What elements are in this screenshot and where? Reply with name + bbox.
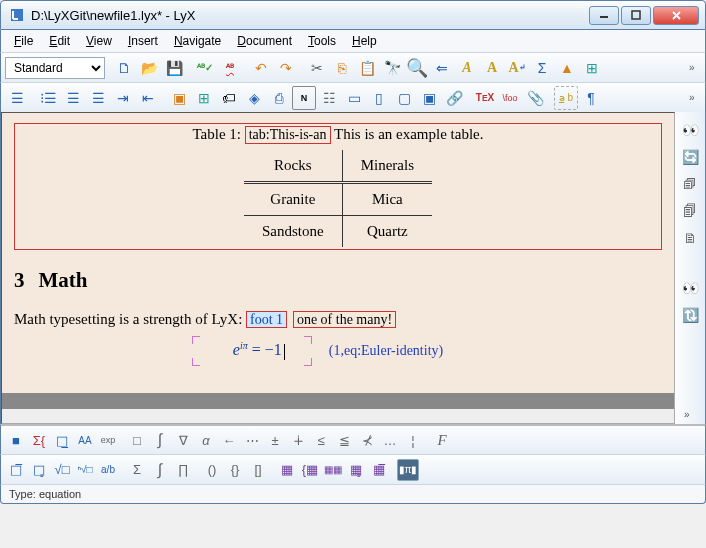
equation-label[interactable]: (1,eq:Euler-identity) — [329, 343, 443, 358]
nomencl-button[interactable]: ☷ — [317, 86, 341, 110]
footnote-button[interactable]: ▭ — [342, 86, 366, 110]
menu-tools[interactable]: Tools — [301, 32, 343, 50]
mb2-9[interactable]: {} — [224, 459, 246, 481]
paragraph[interactable]: Math typesetting is a strength of LyX: f… — [14, 311, 662, 328]
mb2-2[interactable]: √□ — [51, 459, 73, 481]
mb1-0[interactable]: ■ — [5, 429, 27, 451]
mb2-16[interactable]: ▮π▮ — [397, 459, 419, 481]
table-cell[interactable]: Rocks — [244, 150, 342, 183]
maximize-button[interactable] — [621, 6, 651, 25]
mb1-13[interactable]: ≤ — [310, 429, 332, 451]
undo-button[interactable]: ↶ — [249, 56, 273, 80]
toolbar2-overflow[interactable]: » — [689, 92, 701, 103]
note-button[interactable]: ▢ — [392, 86, 416, 110]
table-cell[interactable]: Mica — [342, 183, 432, 216]
mb2-4[interactable]: a/b — [97, 459, 119, 481]
mb1-8[interactable]: α — [195, 429, 217, 451]
document-canvas[interactable]: Table 1: tab:This-is-an This is an examp… — [2, 113, 674, 409]
mb2-7[interactable]: ∏ — [172, 459, 194, 481]
mb1-9[interactable]: ← — [218, 429, 240, 451]
menu-insert[interactable]: Insert — [121, 32, 165, 50]
mb2-5[interactable]: Σ — [126, 459, 148, 481]
search-button[interactable]: 🔍 — [405, 56, 429, 80]
mb1-16[interactable]: … — [379, 429, 401, 451]
para-settings-button[interactable]: ¶ — [579, 86, 603, 110]
open-button[interactable]: 📂 — [137, 56, 161, 80]
toolbar-overflow[interactable]: » — [689, 62, 701, 73]
minimize-button[interactable] — [589, 6, 619, 25]
save-button[interactable]: 💾 — [162, 56, 186, 80]
mb2-1[interactable]: □͇ — [28, 459, 50, 481]
mb2-8[interactable]: () — [201, 459, 223, 481]
mb1-1[interactable]: Σ{ — [28, 429, 50, 451]
paragraph-style-select[interactable]: Standard — [5, 57, 105, 79]
update-button[interactable]: 🔄 — [678, 145, 702, 169]
emph-button[interactable]: A — [455, 56, 479, 80]
view-button[interactable]: 👀 — [678, 118, 702, 142]
mb1-12[interactable]: ∔ — [287, 429, 309, 451]
box-button[interactable]: ▣ — [417, 86, 441, 110]
table-cell[interactable]: Granite — [244, 183, 342, 216]
desc-list-button[interactable]: ☰ — [86, 86, 110, 110]
table-caption[interactable]: Table 1: tab:This-is-an This is an examp… — [19, 126, 657, 144]
nav-back-button[interactable]: ⇐ — [430, 56, 454, 80]
indent-inc-button[interactable]: ⇥ — [111, 86, 135, 110]
apply-style-button[interactable]: A↵ — [505, 56, 529, 80]
caption-label[interactable]: tab:This-is-an — [245, 126, 331, 144]
output-button[interactable]: 🗎 — [678, 226, 702, 250]
paste-button[interactable]: 📋 — [355, 56, 379, 80]
mb1-18[interactable]: F — [431, 429, 453, 451]
mb1-3[interactable]: AA — [74, 429, 96, 451]
mb2-3[interactable]: ⁿ√□ — [74, 459, 96, 481]
mb2-10[interactable]: [] — [247, 459, 269, 481]
menu-file[interactable]: File — [7, 32, 40, 50]
mb1-14[interactable]: ≦ — [333, 429, 355, 451]
copy-button[interactable]: ⎘ — [330, 56, 354, 80]
cite-button[interactable]: ⎙ — [267, 86, 291, 110]
enum-list-button[interactable]: ☰ — [61, 86, 85, 110]
index-button[interactable]: N — [292, 86, 316, 110]
math-equation[interactable]: eiπ = −1 (1,eq:Euler-identity) — [14, 340, 662, 360]
mb1-4[interactable]: exp — [97, 429, 119, 451]
mb2-14[interactable]: ▦͇ — [345, 459, 367, 481]
label-button[interactable]: 🏷 — [217, 86, 241, 110]
mb2-0[interactable]: □̅ — [5, 459, 27, 481]
master-view-button[interactable]: 🗊 — [678, 172, 702, 196]
mb2-6[interactable]: ∫ — [149, 459, 171, 481]
document-scroll[interactable]: Table 1: tab:This-is-an This is an examp… — [1, 112, 675, 424]
menu-navigate[interactable]: Navigate — [167, 32, 228, 50]
mb2-15[interactable]: ▦̅ — [368, 459, 390, 481]
menu-view[interactable]: View — [79, 32, 119, 50]
spellcheck-button[interactable]: ᴬᴮ✓ — [193, 56, 217, 80]
indent-dec-button[interactable]: ⇤ — [136, 86, 160, 110]
section-heading[interactable]: 3Math — [14, 268, 662, 293]
mb1-11[interactable]: ± — [264, 429, 286, 451]
crossref-button[interactable]: ◈ — [242, 86, 266, 110]
float-table-button[interactable]: ⊞ — [192, 86, 216, 110]
mb1-7[interactable]: ∇ — [172, 429, 194, 451]
url-button[interactable]: 🔗 — [442, 86, 466, 110]
margin-note[interactable]: one of the many! — [293, 311, 396, 328]
side-overflow[interactable]: » — [684, 409, 696, 420]
include-button[interactable]: 📎 — [523, 86, 547, 110]
table-float[interactable]: Table 1: tab:This-is-an This is an examp… — [14, 123, 662, 250]
char-style-button[interactable]: a̲ b — [554, 86, 578, 110]
data-table[interactable]: RocksMinerals GraniteMica SandstoneQuart… — [244, 150, 432, 247]
mb1-10[interactable]: ⋯ — [241, 429, 263, 451]
table-cell[interactable]: Quartz — [342, 216, 432, 248]
marginnote-button[interactable]: ▯ — [367, 86, 391, 110]
menu-document[interactable]: Document — [230, 32, 299, 50]
list-button[interactable]: ☰ — [5, 86, 29, 110]
close-button[interactable] — [653, 6, 699, 25]
find-button[interactable]: 🔭 — [380, 56, 404, 80]
new-button[interactable]: 🗋 — [112, 56, 136, 80]
mb1-2[interactable]: □̲ — [51, 429, 73, 451]
mb1-17[interactable]: ¦ — [402, 429, 424, 451]
mb1-15[interactable]: ⊀ — [356, 429, 378, 451]
mb2-13[interactable]: ▦▦ — [322, 459, 344, 481]
footnote-ref[interactable]: foot 1 — [246, 311, 287, 328]
bullet-list-button[interactable]: ⁝☰ — [36, 86, 60, 110]
table-button[interactable]: ⊞ — [580, 56, 604, 80]
float-fig-button[interactable]: ▣ — [167, 86, 191, 110]
cut-button[interactable]: ✂ — [305, 56, 329, 80]
